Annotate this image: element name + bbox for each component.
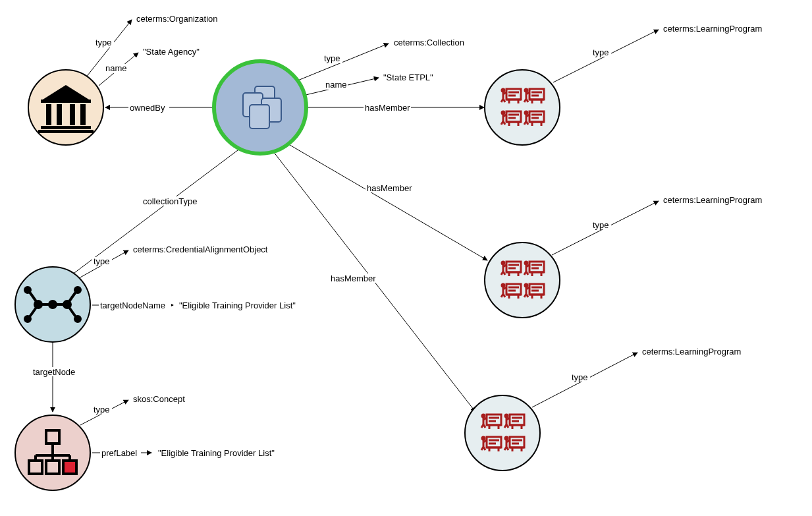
node-program-1[interactable] (485, 70, 560, 145)
svg-rect-64 (41, 100, 91, 103)
label-type: type (324, 53, 340, 63)
label-tnn-value: "Eligible Training Provider List" (179, 301, 296, 310)
svg-point-95 (485, 70, 560, 145)
label-name: name (325, 80, 347, 90)
label-name: name (105, 63, 127, 73)
label-type: type (572, 372, 588, 382)
label-hasmember: hasMember (367, 183, 412, 193)
label-type: type (95, 38, 112, 47)
svg-point-97 (465, 395, 540, 471)
label-coll-type: ceterms:Collection (394, 38, 464, 47)
svg-rect-66 (57, 104, 62, 125)
label-type: type (94, 256, 110, 266)
node-program-2[interactable] (485, 243, 560, 318)
svg-point-96 (485, 243, 560, 318)
svg-rect-75 (250, 105, 269, 129)
svg-rect-89 (63, 461, 76, 474)
edge-labels: type ceterms:Organization name "State Ag… (32, 14, 762, 458)
edges (53, 20, 659, 453)
svg-point-84 (75, 316, 80, 322)
svg-point-83 (75, 287, 80, 293)
svg-point-82 (25, 316, 30, 322)
label-type: type (593, 47, 609, 57)
label-hasmember: hasMember (331, 273, 376, 283)
label-collectiontype: collectionType (143, 196, 197, 206)
node-collection[interactable] (214, 61, 306, 154)
node-program-3[interactable] (465, 395, 540, 471)
label-type: type (593, 220, 609, 230)
label-type: type (94, 405, 110, 415)
label-hasmember: hasMember (365, 103, 410, 113)
node-alignment[interactable] (15, 267, 90, 342)
svg-point-81 (25, 287, 30, 293)
label-preflabel-value: "Eligible Training Provider List" (158, 448, 275, 458)
label-coll-name: "State ETPL" (383, 72, 433, 82)
label-align-type: ceterms:CredentialAlignmentObject (133, 244, 268, 254)
svg-point-62 (28, 70, 103, 145)
svg-rect-70 (38, 130, 94, 133)
svg-line-34 (290, 145, 487, 260)
label-targetnodename: targetNodeName (100, 301, 165, 310)
label-prog-type: ceterms:LearningProgram (663, 24, 762, 34)
svg-rect-65 (46, 104, 51, 125)
node-concept[interactable] (15, 415, 90, 490)
label-concept-type: skos:Concept (133, 394, 185, 404)
svg-rect-69 (41, 126, 91, 129)
label-prog-type: ceterms:LearningProgram (663, 195, 762, 205)
label-preflabel: prefLabel (101, 448, 137, 458)
label-targetnode: targetNode (33, 367, 75, 377)
svg-point-79 (49, 301, 56, 308)
svg-rect-68 (80, 104, 86, 125)
label-org-name: "State Agency" (143, 47, 200, 57)
label-org-type: ceterms:Organization (136, 14, 218, 24)
node-organization[interactable] (28, 70, 103, 145)
label-ownedby: ownedBy (130, 103, 165, 113)
label-prog-type: ceterms:LearningProgram (642, 347, 741, 357)
svg-rect-67 (70, 104, 75, 125)
